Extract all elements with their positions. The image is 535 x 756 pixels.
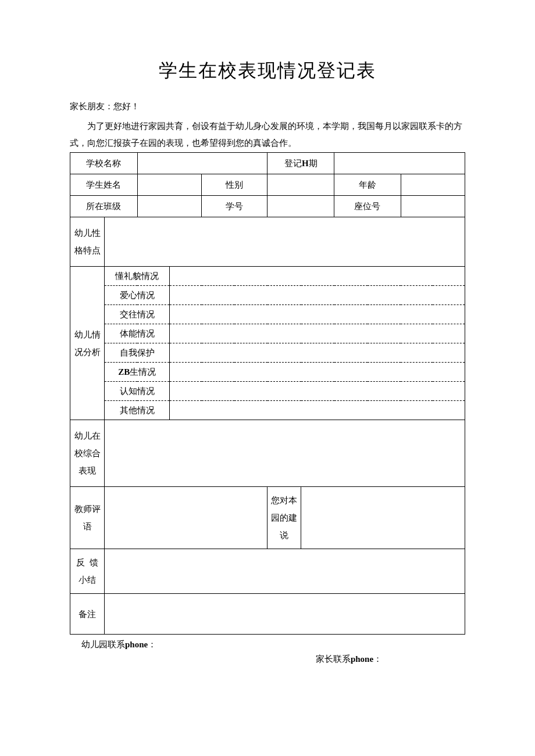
analysis-item-value[interactable] bbox=[170, 286, 465, 305]
class-label: 所在班级 bbox=[70, 196, 138, 217]
remarks-value[interactable] bbox=[105, 594, 465, 635]
registration-table: 学校名称 登记H期 学生姓名 性别 年龄 所在班级 学号 座位号 bbox=[70, 152, 465, 635]
student-name-label: 学生姓名 bbox=[70, 174, 138, 196]
overall-label: 幼儿在校综合表现 bbox=[70, 420, 105, 487]
analysis-item-label: 交往情况 bbox=[105, 305, 170, 324]
gender-label: 性别 bbox=[202, 174, 268, 196]
seat-no-value[interactable] bbox=[401, 196, 465, 217]
personality-label: 幼儿性格特点 bbox=[70, 217, 105, 267]
greeting-text: 家长朋友：您好！ bbox=[70, 101, 465, 112]
student-no-label: 学号 bbox=[202, 196, 268, 217]
school-label: 学校名称 bbox=[70, 153, 138, 174]
parent-suggestion-label: 您对本园的建说 bbox=[268, 487, 301, 549]
student-no-value[interactable] bbox=[268, 196, 334, 217]
personality-value[interactable] bbox=[105, 217, 465, 267]
feedback-value[interactable] bbox=[105, 549, 465, 594]
seat-no-label: 座位号 bbox=[334, 196, 401, 217]
teacher-comment-value[interactable] bbox=[105, 487, 268, 549]
analysis-item-label: 懂礼貌情况 bbox=[105, 267, 170, 286]
class-value[interactable] bbox=[137, 196, 201, 217]
student-name-value[interactable] bbox=[137, 174, 201, 196]
remarks-label: 备注 bbox=[70, 594, 105, 635]
age-label: 年龄 bbox=[334, 174, 401, 196]
analysis-item-value[interactable] bbox=[170, 324, 465, 343]
feedback-label: 反 馈小结 bbox=[70, 549, 105, 594]
analysis-item-label: 爱心情况 bbox=[105, 286, 170, 305]
parent-suggestion-value[interactable] bbox=[301, 487, 465, 549]
analysis-item-value[interactable] bbox=[170, 382, 465, 401]
analysis-item-value[interactable] bbox=[170, 363, 465, 382]
reg-date-label: 登记H期 bbox=[268, 153, 334, 174]
reg-date-value[interactable] bbox=[334, 153, 465, 174]
analysis-item-value[interactable] bbox=[170, 267, 465, 286]
analysis-item-label: 自我保护 bbox=[105, 343, 170, 363]
analysis-item-value[interactable] bbox=[170, 401, 465, 420]
intro-text: 为了更好地进行家园共育，创设有益于幼儿身心发展的环境，本学期，我国每月以家园联系… bbox=[70, 118, 465, 151]
gender-value[interactable] bbox=[268, 174, 334, 196]
parent-phone-label: 家长联系phone： bbox=[233, 654, 465, 665]
overall-value[interactable] bbox=[105, 420, 465, 487]
age-value[interactable] bbox=[401, 174, 465, 196]
analysis-item-value[interactable] bbox=[170, 305, 465, 324]
school-value[interactable] bbox=[137, 153, 267, 174]
analysis-section-label: 幼儿情况分析 bbox=[70, 267, 105, 420]
analysis-item-value[interactable] bbox=[170, 343, 465, 363]
document-title: 学生在校表现情况登记表 bbox=[70, 58, 465, 84]
analysis-item-label: ZB生情况 bbox=[105, 363, 170, 382]
analysis-item-label: 体能情况 bbox=[105, 324, 170, 343]
kindergarten-phone-label: 幼儿园联系phone： bbox=[81, 639, 465, 650]
analysis-item-label: 其他情况 bbox=[105, 401, 170, 420]
teacher-comment-label: 教师评语 bbox=[70, 487, 105, 549]
analysis-item-label: 认知情况 bbox=[105, 382, 170, 401]
